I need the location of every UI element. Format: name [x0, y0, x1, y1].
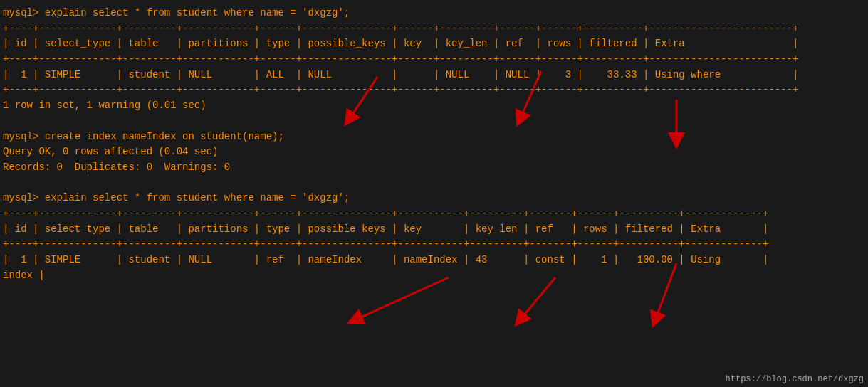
header-row-1: | id | select_type | table | partitions … — [3, 36, 865, 52]
sep-1: +----+-------------+---------+----------… — [3, 21, 865, 37]
create-index-cmd: mysql> create index nameIndex on student… — [3, 129, 865, 145]
sep-2: +----+-------------+---------+----------… — [3, 52, 865, 68]
line-2: mysql> explain select * from student whe… — [3, 191, 865, 206]
terminal: mysql> explain select * from student whe… — [0, 0, 868, 387]
header-row-2: | id | select_type | table | partitions … — [3, 222, 865, 238]
svg-line-4 — [520, 277, 555, 320]
blank-1 — [3, 114, 865, 129]
svg-line-3 — [355, 277, 449, 320]
sep-4: +----+-------------+---------+----------… — [3, 206, 865, 222]
data-row-2b: index | — [3, 268, 865, 284]
sep-5: +----+-------------+---------+----------… — [3, 237, 865, 253]
data-row-1: | 1 | SIMPLE | student | NULL | ALL | NU… — [3, 68, 865, 83]
watermark: https://blog.csdn.net/dxgzg — [726, 374, 864, 384]
sep-3: +----+-------------+---------+----------… — [3, 83, 865, 98]
data-row-2: | 1 | SIMPLE | student | NULL | ref | na… — [3, 253, 865, 268]
line-1: mysql> explain select * from student whe… — [3, 6, 865, 21]
query-ok: Query OK, 0 rows affected (0.04 sec) — [3, 144, 865, 160]
blank-2 — [3, 176, 865, 191]
records-info: Records: 0 Duplicates: 0 Warnings: 0 — [3, 160, 865, 176]
row-count-1: 1 row in set, 1 warning (0.01 sec) — [3, 98, 865, 114]
